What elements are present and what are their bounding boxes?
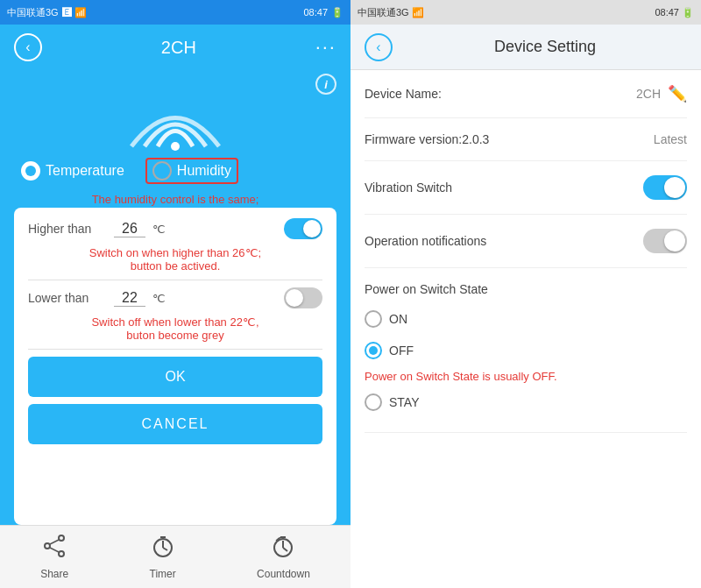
firmware-label: Firmware version:2.0.3 [365,132,654,146]
firmware-row: Firmware version:2.0.3 Latest [365,118,687,161]
divider2 [28,349,322,350]
info-row: i [0,70,350,98]
vibration-toggle[interactable] [643,175,687,200]
left-status-bar: 中国联通3G 🅴 📶 08:47 🔋 [0,0,350,25]
higher-value[interactable]: 26 [114,221,145,237]
temperature-tab[interactable]: Temperature [21,161,124,181]
operation-label: Operation notifications [365,234,643,248]
timer-nav-item[interactable]: Timer [150,534,176,580]
right-carrier: 中国联通3G [358,7,409,18]
right-nav-title: Device Setting [403,38,687,56]
device-name-row: Device Name: 2CH ✏️ [365,70,687,118]
humidity-tab-label: Humidity [177,163,231,179]
left-status-left: 中国联通3G 🅴 📶 [7,6,87,19]
device-name-value: 2CH [636,87,661,101]
annotation-higher-line1: Switch on when higher than 26℃; button b… [28,246,322,273]
stay-label: STAY [389,395,420,409]
vibration-toggle-knob [664,177,685,198]
edit-icon[interactable]: ✏️ [668,84,687,103]
off-radio[interactable] [365,342,382,359]
higher-label: Higher than [28,222,107,236]
left-back-icon: ‹ [25,39,30,55]
right-top-nav: ‹ Device Setting [350,25,701,70]
share-icon [42,534,67,564]
operation-toggle-knob [664,230,685,251]
lower-toggle[interactable] [284,287,322,308]
right-status-right: 08:47 🔋 [655,7,694,18]
stay-radio-row: STAY [365,386,420,418]
on-radio-row: ON [365,303,407,335]
share-label: Share [40,568,68,580]
vibration-row: Vibration Switch [365,161,687,215]
countdown-nav-item[interactable]: Countdown [257,534,310,580]
right-signal-icon: 📶 [412,7,424,18]
annotation-lower: Switch off when lower than 22℃, buton be… [28,315,322,342]
left-status-right: 08:47 🔋 [303,7,343,18]
timer-icon [151,534,175,564]
device-name-label: Device Name: [365,87,636,101]
right-status-left: 中国联通3G 📶 [358,6,424,19]
bottom-nav: Share Timer [0,525,350,588]
left-signal-icon: 🅴 📶 [62,7,87,18]
countdown-icon [271,534,295,564]
svg-point-0 [171,142,180,151]
svg-line-5 [50,548,59,552]
right-battery-icon: 🔋 [682,7,694,18]
svg-line-4 [50,540,59,544]
lower-than-row: Lower than 22 ℃ [28,287,322,308]
stay-radio[interactable] [365,393,382,411]
higher-toggle-knob [303,220,321,237]
off-radio-row: OFF [365,335,414,366]
humidity-tab[interactable]: Humidity [145,158,238,184]
annotation-lower-l2: buton become grey [28,329,322,342]
left-top-nav: ‹ 2CH ··· [0,25,350,70]
ok-button[interactable]: OK [28,357,322,397]
share-nav-item[interactable]: Share [40,534,68,580]
on-radio[interactable] [365,310,382,328]
power-state-annotation: Power on Switch State is usually OFF. [365,366,557,386]
right-back-button[interactable]: ‹ [365,33,393,61]
humidity-annotation: The humidity control is the same; [0,191,350,208]
higher-unit: ℃ [152,223,166,236]
annotation-higher-l1: Switch on when higher than 26℃; [28,246,322,259]
svg-line-8 [163,548,167,550]
svg-point-2 [45,543,50,549]
higher-than-row: Higher than 26 ℃ [28,218,322,239]
left-nav-dots[interactable]: ··· [315,36,336,59]
operation-toggle[interactable] [643,229,687,253]
lower-value[interactable]: 22 [114,290,145,307]
off-label: OFF [389,344,414,358]
lower-unit: ℃ [152,292,166,305]
firmware-value: Latest [654,132,687,146]
wifi-arc-svg [123,98,228,151]
left-nav-title: 2CH [161,38,196,58]
on-label: ON [389,312,407,326]
lower-toggle-knob [286,289,303,307]
power-state-section: Power on Switch State ON OFF Power on Sw… [365,268,687,433]
settings-area: Device Name: 2CH ✏️ Firmware version:2.0… [350,70,701,588]
power-state-label: Power on Switch State [365,282,488,296]
svg-point-3 [59,551,64,556]
white-content-card: Higher than 26 ℃ Switch on when higher t… [14,208,336,525]
temp-radio [21,161,40,181]
svg-point-1 [59,535,64,541]
left-back-button[interactable]: ‹ [14,33,42,61]
operation-row: Operation notifications [365,215,687,268]
svg-line-12 [283,548,287,551]
countdown-label: Countdown [257,568,310,580]
right-back-icon: ‹ [376,39,380,55]
right-time: 08:47 [655,7,679,18]
left-time: 08:47 [303,7,328,18]
off-radio-dot [369,346,378,355]
temp-radio-dot [25,166,36,176]
higher-toggle[interactable] [284,218,322,239]
vibration-label: Vibration Switch [365,181,643,195]
right-panel: 中国联通3G 📶 08:47 🔋 ‹ Device Setting Device… [350,0,701,588]
info-icon[interactable]: i [315,74,336,95]
annotation-higher-l2: button be actived. [28,259,322,273]
cancel-button[interactable]: CANCEL [28,404,322,444]
timer-label: Timer [150,568,176,580]
left-battery-icon: 🔋 [331,7,343,18]
tab-row: Temperature Humidity [0,151,350,191]
humidity-radio [152,161,172,181]
